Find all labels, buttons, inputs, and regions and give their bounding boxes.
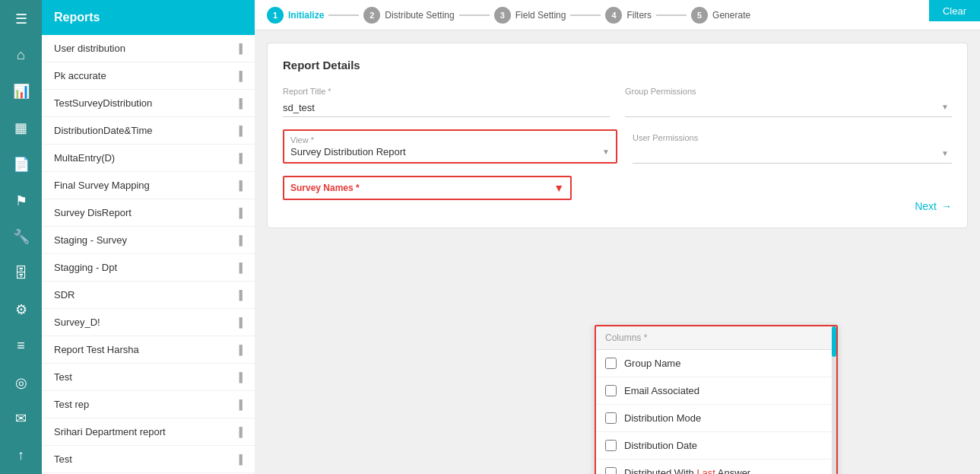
report-item-icon: ▐ — [236, 290, 243, 301]
step-circle-1: 1 — [267, 7, 284, 24]
report-item-icon: ▐ — [236, 454, 243, 465]
report-title-input[interactable] — [283, 99, 610, 117]
mail-icon[interactable]: ✉ — [8, 407, 35, 430]
clear-button[interactable]: Clear — [929, 0, 980, 21]
report-list-item[interactable]: TestSurveyDistribution ▐ — [42, 90, 255, 117]
top-bar: 1 Initialize 2 Distribute Setting 3 Fiel… — [255, 0, 980, 30]
checkbox-label-2: Distribution Mode — [624, 412, 701, 424]
user-permissions-field: User Permissions ▼ — [633, 133, 952, 164]
step-circle-2: 2 — [363, 7, 380, 24]
report-item-label: Staging - Survey — [54, 234, 127, 246]
checkbox-input-0[interactable] — [605, 358, 617, 369]
report-list-item[interactable]: Survey DisReport ▐ — [42, 199, 255, 227]
report-item-icon: ▐ — [236, 208, 243, 218]
checkbox-items-container: Group Name Email Associated Distribution… — [596, 350, 836, 474]
chart-icon[interactable]: 📊 — [8, 81, 35, 103]
checkbox-input-4[interactable] — [605, 467, 617, 474]
database-icon[interactable]: 🗄 — [8, 262, 35, 285]
document-icon[interactable]: 📄 — [8, 153, 35, 176]
wizard-step-1[interactable]: 1 Initialize — [267, 7, 324, 24]
wizard-step-2[interactable]: 2 Distribute Setting — [363, 7, 454, 24]
report-list-item[interactable]: Pk accurate ▐ — [42, 62, 255, 90]
form-row-1: Report Title * Group Permissions ▼ — [283, 87, 952, 117]
report-list-item[interactable]: SDR ▐ — [42, 282, 255, 309]
wizard-step-5[interactable]: 5 Generate — [691, 7, 750, 24]
report-list-item[interactable]: MultaEntry(D) ▐ — [42, 145, 255, 172]
report-list-item[interactable]: Stagging - Dpt ▐ — [42, 254, 255, 282]
flag-icon[interactable]: ⚑ — [8, 189, 35, 212]
step-label-4: Filters — [626, 10, 652, 21]
report-list-item[interactable]: Test ▐ — [42, 364, 255, 391]
report-item-label: MultaEntry(D) — [54, 152, 115, 164]
next-label: Next — [915, 200, 937, 212]
tools-icon[interactable]: 🔧 — [8, 226, 35, 249]
wizard-step-4[interactable]: 4 Filters — [605, 7, 652, 24]
report-list-item[interactable]: Test rep ▐ — [42, 391, 255, 418]
report-item-icon: ▐ — [236, 399, 243, 410]
checkbox-item[interactable]: Email Associated — [596, 377, 836, 405]
report-list-item[interactable]: Report Test Harsha ▐ — [42, 336, 255, 364]
report-list-item[interactable]: User distribution ▐ — [42, 35, 255, 62]
report-item-icon: ▐ — [236, 262, 243, 273]
reports-list: User distribution ▐ Pk accurate ▐ TestSu… — [42, 35, 255, 474]
report-item-icon: ▐ — [236, 98, 243, 109]
next-button[interactable]: Next → — [915, 200, 952, 212]
form-row-2: View * Survey Distribution Report ▼ User… — [283, 129, 952, 164]
checkbox-input-2[interactable] — [605, 412, 617, 424]
checkbox-label-3: Distribution Date — [624, 440, 697, 451]
report-item-label: TestSurveyDistribution — [54, 97, 152, 109]
survey-names-inner: Survey Names * ▼ — [290, 182, 564, 194]
next-arrow-icon: → — [941, 200, 952, 212]
step-connector-2 — [459, 14, 490, 16]
upload-icon[interactable]: ↑ — [8, 444, 35, 466]
checkbox-item[interactable]: Distribution Mode — [596, 405, 836, 432]
home-icon[interactable]: ⌂ — [8, 44, 35, 67]
grid-icon[interactable]: ▦ — [8, 116, 35, 139]
report-item-label: Pk accurate — [54, 70, 106, 81]
report-item-label: Survey_D! — [54, 317, 100, 328]
group-permissions-select[interactable] — [625, 99, 952, 117]
dropdown-scrollbar[interactable] — [832, 326, 836, 474]
checkbox-input-1[interactable] — [605, 385, 617, 396]
user-permissions-select[interactable] — [633, 145, 952, 164]
scrollbar-thumb — [832, 326, 836, 357]
report-item-label: Test — [54, 371, 72, 383]
step-circle-5: 5 — [691, 7, 708, 24]
view-label: View * — [290, 135, 610, 145]
report-item-icon: ▐ — [236, 126, 243, 136]
checkbox-item[interactable]: Distributed With Last Answer — [596, 460, 836, 474]
report-list-item[interactable]: Test ▐ — [42, 446, 255, 473]
report-item-label: Srihari Department report — [54, 426, 166, 437]
view-field-inner: Survey Distribution Report ▼ — [290, 146, 610, 157]
report-list-item[interactable]: Survey_D! ▐ — [42, 309, 255, 336]
report-item-icon: ▐ — [236, 43, 243, 54]
step-connector-1 — [328, 14, 359, 16]
report-item-icon: ▐ — [236, 235, 243, 246]
wizard-step-3[interactable]: 3 Field Setting — [494, 7, 566, 24]
report-list-item[interactable]: DistributionDate&Time ▐ — [42, 117, 255, 145]
report-item-icon: ▐ — [236, 153, 243, 164]
report-list-item[interactable]: Staging - Survey ▐ — [42, 227, 255, 254]
settings-icon[interactable]: ◎ — [8, 371, 35, 394]
report-list-item[interactable]: Srihari Department report ▐ — [42, 418, 255, 446]
view-field-wrapper: View * Survey Distribution Report ▼ — [283, 129, 617, 164]
checkbox-input-3[interactable] — [605, 440, 617, 451]
report-item-label: SDR — [54, 289, 75, 301]
checkbox-item[interactable]: Distribution Date — [596, 432, 836, 460]
list-icon[interactable]: ≡ — [8, 335, 35, 358]
checkbox-item[interactable]: Group Name — [596, 350, 836, 377]
survey-names-wrapper[interactable]: Survey Names * ▼ — [283, 176, 572, 200]
report-item-label: Test — [54, 453, 72, 465]
menu-icon[interactable]: ☰ — [8, 8, 35, 30]
survey-names-label: Survey Names * — [290, 183, 360, 193]
columns-header: Columns * — [596, 326, 836, 350]
sidebar-icon-bar: ☰ ⌂ 📊 ▦ 📄 ⚑ 🔧 🗄 ⚙ ≡ ◎ ✉ ↑ — [0, 0, 42, 474]
support-icon[interactable]: ⚙ — [8, 298, 35, 321]
step-circle-3: 3 — [494, 7, 511, 24]
report-item-label: DistributionDate&Time — [54, 125, 153, 136]
step-label-5: Generate — [712, 10, 750, 21]
checkbox-label-1: Email Associated — [624, 385, 699, 396]
report-list-item[interactable]: Final Survey Mapping ▐ — [42, 172, 255, 199]
step-circle-4: 4 — [605, 7, 622, 24]
report-item-icon: ▐ — [236, 317, 243, 328]
